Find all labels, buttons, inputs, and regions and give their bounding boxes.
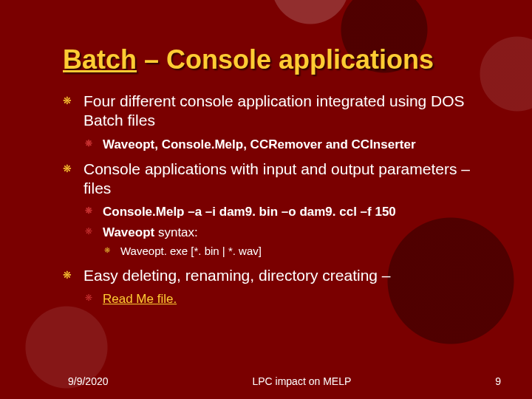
- bullet-3-1: Read Me file.: [83, 291, 480, 307]
- bullet-2-2-sub: Waveopt. exe [*. bin | *. wav]: [103, 245, 480, 259]
- bullet-list: Four different console application integ…: [63, 92, 480, 307]
- bullet-2-sub: Console.Melp –a –i dam9. bin –o dam9. cc…: [83, 204, 480, 258]
- bullet-3-text: Easy deleting, renaming, directory creat…: [83, 267, 391, 284]
- bullet-2-2-rest: syntax:: [154, 225, 198, 239]
- bullet-2: Console applications with input and outp…: [63, 160, 480, 259]
- bullet-2-2: Waveopt syntax: Waveopt. exe [*. bin | *…: [83, 225, 480, 259]
- bullet-2-2-bold: Waveopt: [103, 225, 154, 239]
- title-rest: – Console applications: [137, 44, 434, 75]
- title-underlined: Batch: [63, 44, 137, 75]
- footer: 9/9/2020 LPC impact on MELP 9: [0, 375, 532, 387]
- read-me-link[interactable]: Read Me file.: [103, 292, 177, 306]
- bullet-3-sub: Read Me file.: [83, 291, 480, 307]
- bullet-1: Four different console application integ…: [63, 92, 480, 152]
- bullet-1-text: Four different console application integ…: [83, 92, 465, 129]
- footer-page: 9: [495, 375, 501, 387]
- bullet-2-1: Console.Melp –a –i dam9. bin –o dam9. cc…: [83, 204, 480, 219]
- bullet-2-2-1: Waveopt. exe [*. bin | *. wav]: [103, 245, 480, 259]
- footer-date: 9/9/2020: [68, 375, 109, 387]
- bullet-1-sub: Waveopt, Console.Melp, CCRemover and CCI…: [83, 137, 480, 152]
- footer-center: LPC impact on MELP: [252, 375, 351, 387]
- slide: Batch – Console applications Four differ…: [0, 0, 532, 399]
- slide-title: Batch – Console applications: [63, 44, 480, 75]
- bullet-1-1: Waveopt, Console.Melp, CCRemover and CCI…: [83, 137, 480, 152]
- bullet-3: Easy deleting, renaming, directory creat…: [63, 266, 480, 307]
- bullet-2-text: Console applications with input and outp…: [83, 160, 470, 197]
